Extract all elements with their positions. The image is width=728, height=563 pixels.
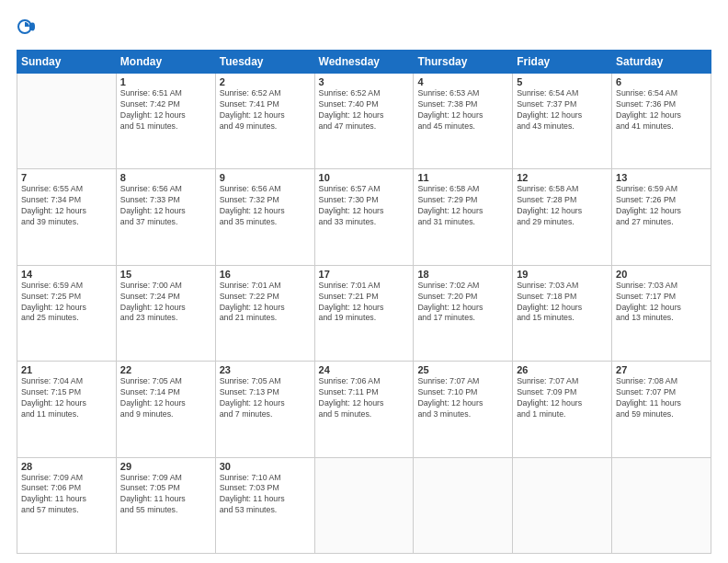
day-info: Sunrise: 7:01 AM Sunset: 7:22 PM Dayligh… <box>220 281 311 325</box>
page: SundayMondayTuesdayWednesdayThursdayFrid… <box>0 0 728 563</box>
calendar-day-cell: 2Sunrise: 6:52 AM Sunset: 7:41 PM Daylig… <box>215 74 314 169</box>
calendar-day-cell: 14Sunrise: 6:59 AM Sunset: 7:25 PM Dayli… <box>17 265 117 361</box>
calendar-day-cell: 8Sunrise: 6:56 AM Sunset: 7:33 PM Daylig… <box>116 169 215 265</box>
weekday-header: Thursday <box>414 51 513 74</box>
calendar-day-cell: 12Sunrise: 6:58 AM Sunset: 7:28 PM Dayli… <box>513 169 612 265</box>
day-info: Sunrise: 7:07 AM Sunset: 7:09 PM Dayligh… <box>517 376 608 420</box>
calendar-day-cell <box>513 457 612 553</box>
header <box>17 17 711 40</box>
calendar-day-cell: 5Sunrise: 6:54 AM Sunset: 7:37 PM Daylig… <box>513 74 612 169</box>
weekday-header: Sunday <box>17 51 117 74</box>
day-number: 15 <box>120 269 211 280</box>
day-number: 9 <box>220 172 311 183</box>
day-number: 19 <box>517 269 608 280</box>
day-number: 23 <box>220 364 311 375</box>
calendar-week-row: 7Sunrise: 6:55 AM Sunset: 7:34 PM Daylig… <box>17 169 711 265</box>
calendar-day-cell: 22Sunrise: 7:05 AM Sunset: 7:14 PM Dayli… <box>116 362 215 457</box>
day-info: Sunrise: 6:53 AM Sunset: 7:38 PM Dayligh… <box>417 88 508 132</box>
day-info: Sunrise: 6:56 AM Sunset: 7:32 PM Dayligh… <box>220 184 311 228</box>
calendar-day-cell: 11Sunrise: 6:58 AM Sunset: 7:29 PM Dayli… <box>414 169 513 265</box>
day-info: Sunrise: 6:56 AM Sunset: 7:33 PM Dayligh… <box>120 184 211 228</box>
weekday-header: Tuesday <box>215 51 314 74</box>
day-info: Sunrise: 6:57 AM Sunset: 7:30 PM Dayligh… <box>319 184 410 228</box>
calendar-day-cell: 20Sunrise: 7:03 AM Sunset: 7:17 PM Dayli… <box>612 265 711 361</box>
day-info: Sunrise: 7:03 AM Sunset: 7:18 PM Dayligh… <box>517 281 608 325</box>
day-info: Sunrise: 7:07 AM Sunset: 7:10 PM Dayligh… <box>417 376 508 420</box>
day-number: 8 <box>120 172 211 183</box>
calendar-day-cell <box>17 74 117 169</box>
day-number: 17 <box>319 269 410 280</box>
day-info: Sunrise: 7:10 AM Sunset: 7:03 PM Dayligh… <box>220 473 311 517</box>
day-number: 22 <box>120 364 211 375</box>
day-number: 6 <box>616 76 707 87</box>
day-info: Sunrise: 6:54 AM Sunset: 7:37 PM Dayligh… <box>517 88 608 132</box>
day-info: Sunrise: 6:59 AM Sunset: 7:25 PM Dayligh… <box>21 281 112 325</box>
day-info: Sunrise: 6:58 AM Sunset: 7:28 PM Dayligh… <box>517 184 608 228</box>
day-number: 10 <box>319 172 410 183</box>
day-number: 1 <box>120 76 211 87</box>
day-number: 4 <box>417 76 508 87</box>
day-info: Sunrise: 7:08 AM Sunset: 7:07 PM Dayligh… <box>616 376 707 420</box>
day-number: 26 <box>517 364 608 375</box>
calendar-day-cell: 3Sunrise: 6:52 AM Sunset: 7:40 PM Daylig… <box>314 74 414 169</box>
calendar-week-row: 1Sunrise: 6:51 AM Sunset: 7:42 PM Daylig… <box>17 74 711 169</box>
calendar-day-cell: 28Sunrise: 7:09 AM Sunset: 7:06 PM Dayli… <box>17 457 117 553</box>
day-number: 11 <box>417 172 508 183</box>
calendar-day-cell: 16Sunrise: 7:01 AM Sunset: 7:22 PM Dayli… <box>215 265 314 361</box>
weekday-header: Friday <box>513 51 612 74</box>
calendar-table: SundayMondayTuesdayWednesdayThursdayFrid… <box>17 50 711 554</box>
calendar-day-cell: 15Sunrise: 7:00 AM Sunset: 7:24 PM Dayli… <box>116 265 215 361</box>
calendar-day-cell: 19Sunrise: 7:03 AM Sunset: 7:18 PM Dayli… <box>513 265 612 361</box>
day-number: 13 <box>616 172 707 183</box>
day-info: Sunrise: 7:00 AM Sunset: 7:24 PM Dayligh… <box>120 281 211 325</box>
day-info: Sunrise: 7:02 AM Sunset: 7:20 PM Dayligh… <box>417 281 508 325</box>
day-number: 14 <box>21 269 112 280</box>
day-number: 18 <box>417 269 508 280</box>
calendar-day-cell: 18Sunrise: 7:02 AM Sunset: 7:20 PM Dayli… <box>414 265 513 361</box>
day-info: Sunrise: 7:06 AM Sunset: 7:11 PM Dayligh… <box>319 376 410 420</box>
calendar-day-cell: 17Sunrise: 7:01 AM Sunset: 7:21 PM Dayli… <box>314 265 414 361</box>
day-info: Sunrise: 6:58 AM Sunset: 7:29 PM Dayligh… <box>417 184 508 228</box>
day-number: 25 <box>417 364 508 375</box>
day-info: Sunrise: 6:54 AM Sunset: 7:36 PM Dayligh… <box>616 88 707 132</box>
calendar-day-cell: 9Sunrise: 6:56 AM Sunset: 7:32 PM Daylig… <box>215 169 314 265</box>
calendar-day-cell: 24Sunrise: 7:06 AM Sunset: 7:11 PM Dayli… <box>314 362 414 457</box>
calendar-day-cell: 4Sunrise: 6:53 AM Sunset: 7:38 PM Daylig… <box>414 74 513 169</box>
day-info: Sunrise: 6:55 AM Sunset: 7:34 PM Dayligh… <box>21 184 112 228</box>
day-number: 2 <box>220 76 311 87</box>
calendar-day-cell: 13Sunrise: 6:59 AM Sunset: 7:26 PM Dayli… <box>612 169 711 265</box>
calendar-week-row: 28Sunrise: 7:09 AM Sunset: 7:06 PM Dayli… <box>17 457 711 553</box>
weekday-header: Saturday <box>612 51 711 74</box>
calendar-day-cell: 1Sunrise: 6:51 AM Sunset: 7:42 PM Daylig… <box>116 74 215 169</box>
calendar-day-cell: 25Sunrise: 7:07 AM Sunset: 7:10 PM Dayli… <box>414 362 513 457</box>
day-info: Sunrise: 6:59 AM Sunset: 7:26 PM Dayligh… <box>616 184 707 228</box>
calendar-day-cell <box>414 457 513 553</box>
calendar-day-cell: 29Sunrise: 7:09 AM Sunset: 7:05 PM Dayli… <box>116 457 215 553</box>
calendar-day-cell <box>612 457 711 553</box>
day-info: Sunrise: 7:04 AM Sunset: 7:15 PM Dayligh… <box>21 376 112 420</box>
calendar-day-cell: 30Sunrise: 7:10 AM Sunset: 7:03 PM Dayli… <box>215 457 314 553</box>
day-number: 21 <box>21 364 112 375</box>
logo-icon <box>17 17 37 40</box>
day-info: Sunrise: 6:52 AM Sunset: 7:40 PM Dayligh… <box>319 88 410 132</box>
calendar-day-cell: 26Sunrise: 7:07 AM Sunset: 7:09 PM Dayli… <box>513 362 612 457</box>
day-info: Sunrise: 6:51 AM Sunset: 7:42 PM Dayligh… <box>120 88 211 132</box>
logo <box>17 17 40 40</box>
calendar-day-cell: 27Sunrise: 7:08 AM Sunset: 7:07 PM Dayli… <box>612 362 711 457</box>
calendar-day-cell: 6Sunrise: 6:54 AM Sunset: 7:36 PM Daylig… <box>612 74 711 169</box>
day-info: Sunrise: 7:01 AM Sunset: 7:21 PM Dayligh… <box>319 281 410 325</box>
day-info: Sunrise: 7:03 AM Sunset: 7:17 PM Dayligh… <box>616 281 707 325</box>
weekday-header: Monday <box>116 51 215 74</box>
day-number: 3 <box>319 76 410 87</box>
calendar-week-row: 14Sunrise: 6:59 AM Sunset: 7:25 PM Dayli… <box>17 265 711 361</box>
day-info: Sunrise: 7:05 AM Sunset: 7:14 PM Dayligh… <box>120 376 211 420</box>
day-number: 28 <box>21 461 112 472</box>
calendar-day-cell: 23Sunrise: 7:05 AM Sunset: 7:13 PM Dayli… <box>215 362 314 457</box>
day-number: 30 <box>220 461 311 472</box>
calendar-day-cell: 21Sunrise: 7:04 AM Sunset: 7:15 PM Dayli… <box>17 362 117 457</box>
day-number: 12 <box>517 172 608 183</box>
day-info: Sunrise: 7:05 AM Sunset: 7:13 PM Dayligh… <box>220 376 311 420</box>
weekday-header: Wednesday <box>314 51 414 74</box>
calendar-day-cell: 10Sunrise: 6:57 AM Sunset: 7:30 PM Dayli… <box>314 169 414 265</box>
weekday-header-row: SundayMondayTuesdayWednesdayThursdayFrid… <box>17 51 711 74</box>
